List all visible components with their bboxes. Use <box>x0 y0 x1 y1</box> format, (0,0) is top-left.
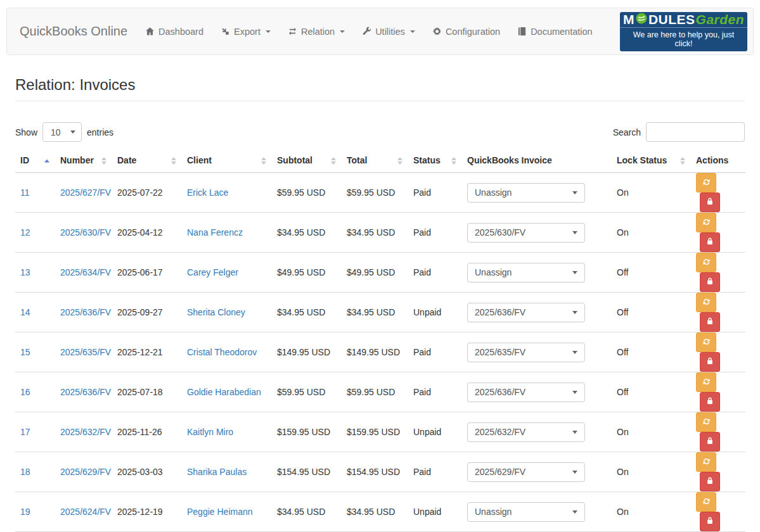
invoice-date: 2025-06-17 <box>112 253 182 293</box>
lock-invoice-button[interactable] <box>700 232 720 252</box>
column-header-quickbooks-invoice: QuickBooks Invoice <box>462 149 612 173</box>
nav-menu: Dashboard Export Relation Utilities Conf… <box>145 27 593 37</box>
column-header-total[interactable]: Total <box>342 149 408 173</box>
lock-invoice-button[interactable] <box>700 512 720 531</box>
invoice-status: Unpaid <box>408 293 462 332</box>
invoice-number-link[interactable]: 2025/624/FV <box>60 507 111 517</box>
search-input[interactable] <box>646 122 745 142</box>
client-link[interactable]: Carey Felger <box>187 267 238 277</box>
column-header-subtotal[interactable]: Subtotal <box>272 149 342 173</box>
invoice-id-link[interactable]: 17 <box>20 427 30 437</box>
client-link[interactable]: Erick Lace <box>187 187 228 198</box>
lock-status-value: On <box>612 452 691 492</box>
quickbooks-invoice-select[interactable]: 2025/636/FV <box>467 383 585 402</box>
refresh-invoice-button[interactable] <box>696 412 716 432</box>
lock-invoice-button[interactable] <box>700 392 720 412</box>
refresh-invoice-button[interactable] <box>696 372 716 392</box>
invoice-number-link[interactable]: 2025/629/FV <box>60 467 111 477</box>
nav-item-dashboard[interactable]: Dashboard <box>145 27 203 37</box>
nav-item-configuration[interactable]: Configuration <box>432 27 500 37</box>
client-link[interactable]: Cristal Theodorov <box>187 347 257 357</box>
chevron-down-icon <box>572 351 577 354</box>
invoice-total: $154.95 USD <box>342 452 408 492</box>
refresh-invoice-button[interactable] <box>696 452 716 472</box>
chevron-down-icon <box>410 30 415 33</box>
quickbooks-invoice-select[interactable]: 2025/630/FV <box>467 223 585 243</box>
lock-invoice-button[interactable] <box>700 193 720 212</box>
client-link[interactable]: Kaitlyn Miro <box>187 427 233 437</box>
invoice-date: 2025-12-19 <box>112 492 182 532</box>
invoice-id-link[interactable]: 16 <box>20 387 30 397</box>
quickbooks-invoice-select[interactable]: 2025/632/FV <box>467 422 585 442</box>
lock-status-value: Off <box>612 372 691 412</box>
gear-icon <box>432 27 442 36</box>
lock-icon <box>705 396 714 407</box>
table-row: 16 2025/636/FV 2025-07-18 Goldie Harabed… <box>15 372 745 412</box>
client-link[interactable]: Goldie Harabedian <box>187 387 261 397</box>
globe-icon <box>636 12 647 27</box>
column-header-lock-status[interactable]: Lock Status <box>612 149 691 173</box>
refresh-invoice-button[interactable] <box>696 173 716 193</box>
invoice-number-link[interactable]: 2025/627/FV <box>60 187 111 198</box>
table-row: 17 2025/632/FV 2025-11-26 Kaitlyn Miro $… <box>15 412 745 452</box>
invoice-id-link[interactable]: 19 <box>20 507 30 517</box>
invoice-number-link[interactable]: 2025/632/FV <box>60 427 111 437</box>
client-link[interactable]: Sharika Paulas <box>187 467 247 477</box>
invoice-id-link[interactable]: 13 <box>20 267 30 277</box>
column-header-status[interactable]: Status <box>408 149 462 173</box>
quickbooks-invoice-select[interactable]: 2025/635/FV <box>467 343 585 362</box>
lock-invoice-button[interactable] <box>700 312 720 332</box>
nav-item-relation[interactable]: Relation <box>288 27 345 37</box>
quickbooks-invoice-select[interactable]: Unassign <box>467 183 585 203</box>
invoice-number-link[interactable]: 2025/635/FV <box>60 347 111 357</box>
invoice-number-link[interactable]: 2025/636/FV <box>60 307 111 317</box>
chevron-down-icon <box>572 311 577 314</box>
lock-invoice-button[interactable] <box>700 432 720 452</box>
lock-icon <box>705 516 714 527</box>
column-header-id[interactable]: ID <box>15 149 55 173</box>
invoice-status: Unpaid <box>408 492 462 532</box>
quickbooks-invoice-select[interactable]: 2025/636/FV <box>467 303 585 322</box>
chevron-down-icon <box>572 271 577 274</box>
quickbooks-invoice-select[interactable]: Unassign <box>467 502 585 522</box>
invoice-number-link[interactable]: 2025/636/FV <box>60 387 111 397</box>
sort-both-icon <box>451 157 456 165</box>
client-link[interactable]: Nana Ferencz <box>187 227 243 238</box>
refresh-invoice-button[interactable] <box>696 253 716 272</box>
refresh-invoice-button[interactable] <box>696 332 716 352</box>
column-header-date[interactable]: Date <box>112 149 182 173</box>
column-header-number[interactable]: Number <box>55 149 112 173</box>
invoice-id-link[interactable]: 18 <box>20 467 30 477</box>
invoice-total: $34.95 USD <box>342 293 408 332</box>
lock-invoice-button[interactable] <box>700 272 720 292</box>
refresh-icon <box>702 377 711 388</box>
brand-title[interactable]: QuickBooks Online <box>20 24 127 39</box>
nav-item-documentation[interactable]: Documentation <box>517 27 593 37</box>
invoice-number-link[interactable]: 2025/630/FV <box>60 227 111 238</box>
column-header-client[interactable]: Client <box>182 149 272 173</box>
nav-item-utilities[interactable]: Utilities <box>362 27 415 37</box>
modulesgarden-logo[interactable]: MDULESGarden We are here to help you, ju… <box>620 12 747 51</box>
refresh-invoice-button[interactable] <box>696 213 716 232</box>
download-icon <box>221 27 230 36</box>
invoice-status: Paid <box>408 173 462 213</box>
refresh-invoice-button[interactable] <box>696 492 716 512</box>
table-row: 18 2025/629/FV 2025-03-03 Sharika Paulas… <box>15 452 745 492</box>
invoice-id-link[interactable]: 14 <box>20 307 30 317</box>
refresh-invoice-button[interactable] <box>696 293 716 312</box>
client-link[interactable]: Sherita Cloney <box>187 307 245 317</box>
nav-item-export[interactable]: Export <box>221 27 271 37</box>
invoice-total: $149.95 USD <box>342 332 408 372</box>
lock-invoice-button[interactable] <box>700 472 720 491</box>
lock-invoice-button[interactable] <box>700 352 720 372</box>
page-size-select[interactable]: 10 <box>42 122 82 142</box>
invoice-id-link[interactable]: 11 <box>20 187 30 198</box>
client-link[interactable]: Peggie Heimann <box>187 507 253 517</box>
quickbooks-invoice-select[interactable]: Unassign <box>467 263 585 282</box>
invoice-id-link[interactable]: 15 <box>20 347 30 357</box>
invoice-subtotal: $159.95 USD <box>272 412 342 452</box>
invoice-id-link[interactable]: 12 <box>20 227 30 238</box>
invoice-number-link[interactable]: 2025/634/FV <box>60 267 111 277</box>
invoice-status: Paid <box>408 452 462 492</box>
quickbooks-invoice-select[interactable]: 2025/629/FV <box>467 462 585 482</box>
